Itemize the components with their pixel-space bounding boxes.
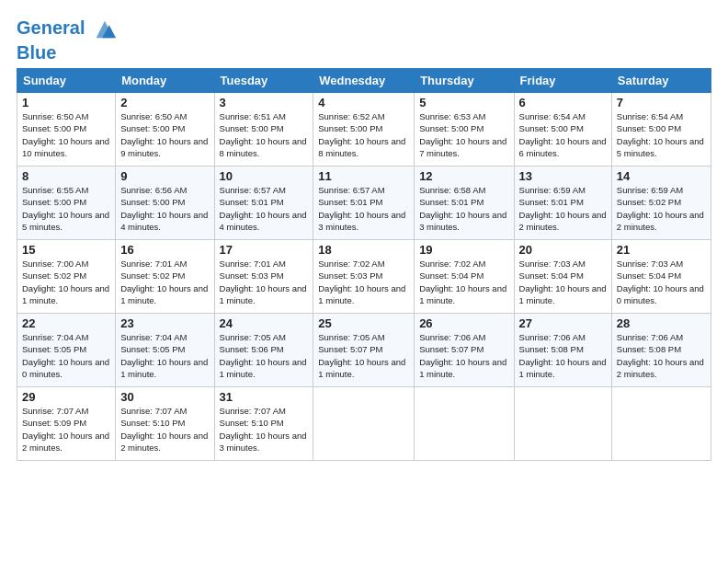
calendar-cell: 20Sunrise: 7:03 AM Sunset: 5:04 PM Dayli… [514,240,611,314]
day-info: Sunrise: 6:52 AM Sunset: 5:00 PM Dayligh… [318,110,409,159]
day-number: 14 [617,169,706,183]
day-info: Sunrise: 7:04 AM Sunset: 5:05 PM Dayligh… [22,331,110,380]
calendar-cell: 11Sunrise: 6:57 AM Sunset: 5:01 PM Dayli… [313,167,415,240]
weekday-header-sunday: Sunday [17,69,116,93]
day-number: 25 [318,316,409,330]
day-number: 9 [120,169,209,183]
calendar-cell: 23Sunrise: 7:04 AM Sunset: 5:05 PM Dayli… [116,314,214,387]
calendar-cell: 16Sunrise: 7:01 AM Sunset: 5:02 PM Dayli… [116,240,214,314]
weekday-header-thursday: Thursday [415,69,514,93]
day-number: 13 [519,169,607,183]
day-number: 16 [120,243,209,257]
day-number: 15 [22,243,110,257]
day-number: 4 [318,96,409,109]
calendar-cell: 2Sunrise: 6:50 AM Sunset: 5:00 PM Daylig… [116,93,214,167]
logo-text2: Blue [17,42,118,63]
day-number: 3 [220,96,309,109]
calendar-cell: 5Sunrise: 6:53 AM Sunset: 5:00 PM Daylig… [415,93,514,167]
day-number: 19 [419,243,508,257]
calendar-cell: 30Sunrise: 7:07 AM Sunset: 5:10 PM Dayli… [116,387,214,461]
calendar-cell: 31Sunrise: 7:07 AM Sunset: 5:10 PM Dayli… [214,387,313,461]
day-number: 7 [617,96,706,109]
calendar-cell [415,387,514,461]
day-info: Sunrise: 6:57 AM Sunset: 5:01 PM Dayligh… [318,184,409,233]
day-number: 26 [419,316,508,330]
day-number: 21 [617,243,706,257]
calendar-week-2: 8Sunrise: 6:55 AM Sunset: 5:00 PM Daylig… [17,167,711,240]
day-info: Sunrise: 6:56 AM Sunset: 5:00 PM Dayligh… [120,184,209,233]
day-number: 12 [419,169,508,183]
day-info: Sunrise: 6:50 AM Sunset: 5:00 PM Dayligh… [22,110,110,159]
weekday-header-wednesday: Wednesday [313,69,415,93]
calendar-cell [611,387,711,461]
day-info: Sunrise: 7:02 AM Sunset: 5:03 PM Dayligh… [318,258,409,306]
calendar-cell: 18Sunrise: 7:02 AM Sunset: 5:03 PM Dayli… [313,240,415,314]
day-info: Sunrise: 7:01 AM Sunset: 5:03 PM Dayligh… [220,258,309,306]
day-number: 8 [22,169,110,183]
day-number: 23 [120,316,209,330]
day-info: Sunrise: 6:54 AM Sunset: 5:00 PM Dayligh… [617,110,706,159]
day-info: Sunrise: 7:05 AM Sunset: 5:06 PM Dayligh… [220,331,309,380]
day-info: Sunrise: 6:53 AM Sunset: 5:00 PM Dayligh… [419,110,508,159]
calendar-cell: 8Sunrise: 6:55 AM Sunset: 5:00 PM Daylig… [17,167,116,240]
calendar-cell: 22Sunrise: 7:04 AM Sunset: 5:05 PM Dayli… [17,314,116,387]
day-number: 11 [318,169,409,183]
day-info: Sunrise: 6:58 AM Sunset: 5:01 PM Dayligh… [419,184,508,233]
calendar: SundayMondayTuesdayWednesdayThursdayFrid… [17,68,711,461]
day-number: 6 [519,96,607,109]
day-info: Sunrise: 7:05 AM Sunset: 5:07 PM Dayligh… [318,331,409,380]
calendar-cell: 12Sunrise: 6:58 AM Sunset: 5:01 PM Dayli… [415,167,514,240]
day-number: 2 [120,96,209,109]
day-number: 20 [519,243,607,257]
day-info: Sunrise: 7:03 AM Sunset: 5:04 PM Dayligh… [617,258,706,306]
weekday-header-friday: Friday [514,69,611,93]
day-number: 30 [120,390,209,404]
calendar-cell [313,387,415,461]
calendar-week-5: 29Sunrise: 7:07 AM Sunset: 5:09 PM Dayli… [17,387,711,461]
day-number: 29 [22,390,110,404]
logo-icon [92,17,118,42]
day-number: 1 [22,96,110,109]
calendar-cell: 19Sunrise: 7:02 AM Sunset: 5:04 PM Dayli… [415,240,514,314]
day-info: Sunrise: 6:50 AM Sunset: 5:00 PM Dayligh… [120,110,209,159]
calendar-cell: 21Sunrise: 7:03 AM Sunset: 5:04 PM Dayli… [611,240,711,314]
calendar-cell: 17Sunrise: 7:01 AM Sunset: 5:03 PM Dayli… [214,240,313,314]
day-number: 22 [22,316,110,330]
weekday-header-monday: Monday [116,69,214,93]
day-number: 31 [220,390,309,404]
day-number: 24 [220,316,309,330]
logo-text: General [17,17,118,42]
calendar-cell: 10Sunrise: 6:57 AM Sunset: 5:01 PM Dayli… [214,167,313,240]
day-info: Sunrise: 7:06 AM Sunset: 5:07 PM Dayligh… [419,331,508,380]
calendar-week-1: 1Sunrise: 6:50 AM Sunset: 5:00 PM Daylig… [17,93,711,167]
calendar-cell: 7Sunrise: 6:54 AM Sunset: 5:00 PM Daylig… [611,93,711,167]
calendar-cell: 3Sunrise: 6:51 AM Sunset: 5:00 PM Daylig… [214,93,313,167]
page: General Blue SundayMondayTuesdayWednesda… [0,0,728,470]
calendar-week-3: 15Sunrise: 7:00 AM Sunset: 5:02 PM Dayli… [17,240,711,314]
calendar-cell: 13Sunrise: 6:59 AM Sunset: 5:01 PM Dayli… [514,167,611,240]
calendar-cell: 4Sunrise: 6:52 AM Sunset: 5:00 PM Daylig… [313,93,415,167]
day-info: Sunrise: 7:07 AM Sunset: 5:09 PM Dayligh… [22,405,110,454]
day-info: Sunrise: 7:00 AM Sunset: 5:02 PM Dayligh… [22,258,110,306]
day-number: 10 [220,169,309,183]
day-number: 27 [519,316,607,330]
calendar-cell: 9Sunrise: 6:56 AM Sunset: 5:00 PM Daylig… [116,167,214,240]
weekday-header-tuesday: Tuesday [214,69,313,93]
day-number: 5 [419,96,508,109]
day-info: Sunrise: 7:06 AM Sunset: 5:08 PM Dayligh… [519,331,607,380]
calendar-cell: 28Sunrise: 7:06 AM Sunset: 5:08 PM Dayli… [611,314,711,387]
calendar-cell: 14Sunrise: 6:59 AM Sunset: 5:02 PM Dayli… [611,167,711,240]
calendar-cell: 6Sunrise: 6:54 AM Sunset: 5:00 PM Daylig… [514,93,611,167]
day-info: Sunrise: 7:07 AM Sunset: 5:10 PM Dayligh… [220,405,309,454]
calendar-cell [514,387,611,461]
day-info: Sunrise: 6:57 AM Sunset: 5:01 PM Dayligh… [220,184,309,233]
day-number: 17 [220,243,309,257]
day-info: Sunrise: 7:01 AM Sunset: 5:02 PM Dayligh… [120,258,209,306]
weekday-header-row: SundayMondayTuesdayWednesdayThursdayFrid… [17,69,711,93]
day-info: Sunrise: 6:51 AM Sunset: 5:00 PM Dayligh… [220,110,309,159]
day-info: Sunrise: 6:55 AM Sunset: 5:00 PM Dayligh… [22,184,110,233]
calendar-cell: 26Sunrise: 7:06 AM Sunset: 5:07 PM Dayli… [415,314,514,387]
day-info: Sunrise: 7:03 AM Sunset: 5:04 PM Dayligh… [519,258,607,306]
calendar-cell: 24Sunrise: 7:05 AM Sunset: 5:06 PM Dayli… [214,314,313,387]
calendar-cell: 27Sunrise: 7:06 AM Sunset: 5:08 PM Dayli… [514,314,611,387]
